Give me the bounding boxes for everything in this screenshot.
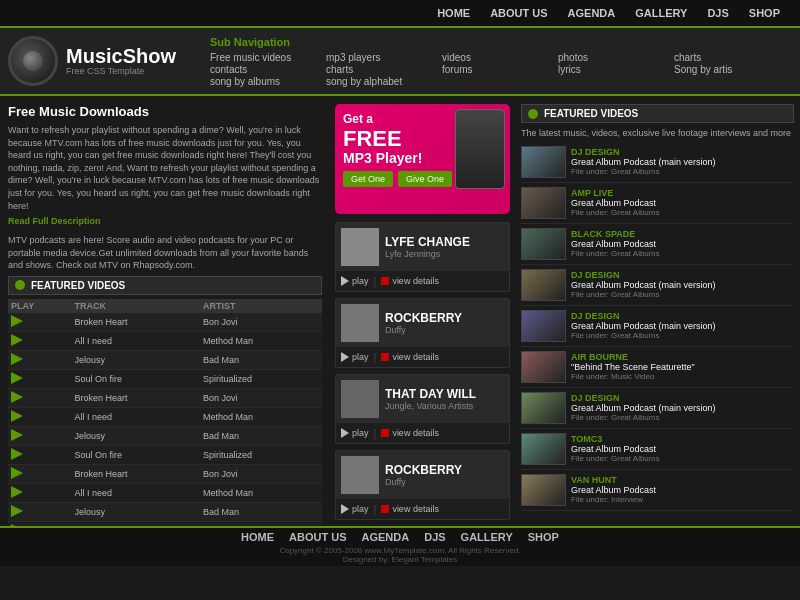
subnav-link-2[interactable]: mp3 players <box>326 52 442 63</box>
col-artist: ARTIST <box>200 299 322 313</box>
song-info: ROCKBERRY Duffy <box>385 311 462 335</box>
album-sub: File under: Great Albums <box>571 290 794 299</box>
play-button-small[interactable] <box>11 486 23 498</box>
play-button-small[interactable] <box>11 524 23 526</box>
artist-cell: Spiritualized <box>200 369 322 388</box>
footer-copyright: Copyright © 2005-2008 www.MyTemplate.com… <box>279 546 520 564</box>
footer-djs[interactable]: DJS <box>424 531 445 543</box>
video-thumbnail <box>521 474 566 506</box>
subnav-link-8[interactable]: forums <box>442 64 558 75</box>
play-button-small[interactable] <box>11 315 23 327</box>
play-cell[interactable] <box>8 369 72 388</box>
play-button-small[interactable] <box>11 353 23 365</box>
nav-home[interactable]: HOME <box>427 0 480 27</box>
play-cell[interactable] <box>8 502 72 521</box>
play-button-small[interactable] <box>11 505 23 517</box>
give-one-button[interactable]: Give One <box>398 171 452 187</box>
video-thumbnail <box>521 187 566 219</box>
player-image <box>455 109 505 189</box>
video-thumb-image <box>522 147 565 177</box>
subnav-link-7[interactable]: charts <box>326 64 442 75</box>
song-view-button[interactable]: view details <box>381 428 439 438</box>
track-cell: All I need <box>72 331 200 350</box>
get-one-button[interactable]: Get One <box>343 171 393 187</box>
subnav-link-12[interactable]: song by alphabet <box>326 76 442 87</box>
play-button-small[interactable] <box>11 410 23 422</box>
subnav-link-10[interactable]: Song by artis <box>674 64 790 75</box>
play-cell[interactable] <box>8 350 72 369</box>
dj-name: TOMC3 <box>571 434 794 444</box>
play-cell[interactable] <box>8 313 72 332</box>
table-row: Jelousy Bad Man <box>8 502 322 521</box>
play-button-small[interactable] <box>11 467 23 479</box>
video-info: BLACK SPADE Great Album Podcast File und… <box>571 229 794 258</box>
subnav-link-5[interactable]: charts <box>674 52 790 63</box>
song-artist: Jungle, Various Artists <box>385 401 476 411</box>
play-cell[interactable] <box>8 426 72 445</box>
featured-dot-left <box>15 280 25 290</box>
play-cell[interactable] <box>8 521 72 526</box>
featured-videos-label-right: FEATURED VIDEOS <box>521 104 794 123</box>
play-cell[interactable] <box>8 464 72 483</box>
dj-name: DJ DESIGN <box>571 393 794 403</box>
song-view-button[interactable]: view details <box>381 352 439 362</box>
nav-gallery[interactable]: GALLERY <box>625 0 697 27</box>
song-thumbnail <box>341 456 379 494</box>
play-cell[interactable] <box>8 388 72 407</box>
read-more-link[interactable]: Read Full Description <box>8 216 322 226</box>
video-thumbnail <box>521 146 566 178</box>
subnav-link-3[interactable]: videos <box>442 52 558 63</box>
play-cell[interactable] <box>8 445 72 464</box>
track-cell: All I need <box>72 407 200 426</box>
footer-home[interactable]: HOME <box>241 531 274 543</box>
footer-gallery[interactable]: GALLERY <box>461 531 513 543</box>
album-title: Great Album Podcast (main version) <box>571 403 794 413</box>
footer-agenda[interactable]: AGENDA <box>362 531 410 543</box>
subnav-link-4[interactable]: photos <box>558 52 674 63</box>
artist-cell: Method Man <box>200 331 322 350</box>
song-view-button[interactable]: view details <box>381 276 439 286</box>
play-button-small[interactable] <box>11 391 23 403</box>
artist-cell: Bad Man <box>200 350 322 369</box>
song-play-button[interactable]: play <box>341 352 369 362</box>
play-button-small[interactable] <box>11 448 23 460</box>
song-play-button[interactable]: play <box>341 428 369 438</box>
downloads-title: Free Music Downloads <box>8 104 322 119</box>
play-cell[interactable] <box>8 407 72 426</box>
dj-name: DJ DESIGN <box>571 147 794 157</box>
song-thumbnail <box>341 304 379 342</box>
subnav-link-6[interactable]: contacts <box>210 64 326 75</box>
play-button-small[interactable] <box>11 429 23 441</box>
nav-djs[interactable]: DJS <box>697 0 738 27</box>
subnav-link-1[interactable]: Free music videos <box>210 52 326 63</box>
view-square-icon <box>381 353 389 361</box>
play-button-small[interactable] <box>11 372 23 384</box>
song-play-button[interactable]: play <box>341 276 369 286</box>
video-thumb-image <box>522 434 565 464</box>
nav-about[interactable]: ABOUT US <box>480 0 557 27</box>
table-row: Soul On fire Spiritualized <box>8 521 322 526</box>
play-button-small[interactable] <box>11 334 23 346</box>
video-entry: DJ DESIGN Great Album Podcast (main vers… <box>521 392 794 429</box>
video-thumb-image <box>522 475 565 505</box>
nav-agenda[interactable]: AGENDA <box>558 0 626 27</box>
footer-about[interactable]: ABOUT US <box>289 531 346 543</box>
table-row: All I need Method Man <box>8 331 322 350</box>
artist-cell: Bon Jovi <box>200 388 322 407</box>
footer-shop[interactable]: SHOP <box>528 531 559 543</box>
song-title: ROCKBERRY <box>385 311 462 325</box>
site-tagline: Free CSS Template <box>66 66 176 76</box>
play-cell[interactable] <box>8 483 72 502</box>
subnav-link-11[interactable]: song by albums <box>210 76 326 87</box>
song-thumbnail <box>341 228 379 266</box>
song-view-button[interactable]: view details <box>381 504 439 514</box>
subnav-link-9[interactable]: lyrics <box>558 64 674 75</box>
play-cell[interactable] <box>8 331 72 350</box>
song-play-button[interactable]: play <box>341 504 369 514</box>
song-header: THAT DAY WILL Jungle, Various Artists <box>336 375 509 423</box>
nav-shop[interactable]: SHOP <box>739 0 790 27</box>
song-info: LYFE CHANGE Lyfe Jennings <box>385 235 470 259</box>
artist-cell: Method Man <box>200 483 322 502</box>
table-row: Soul On fire Spiritualized <box>8 445 322 464</box>
table-row: Soul On fire Spiritualized <box>8 369 322 388</box>
